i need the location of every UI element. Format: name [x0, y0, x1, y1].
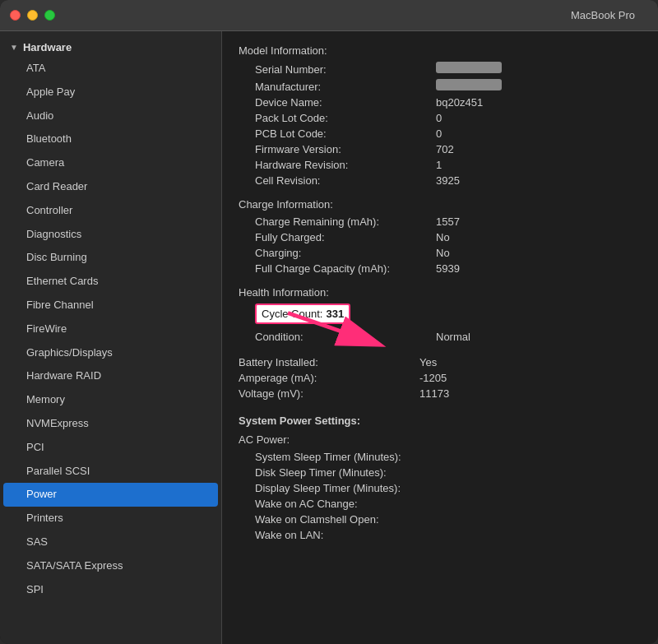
sidebar-item-hardware-raid[interactable]: Hardware RAID — [0, 364, 221, 388]
sidebar: ▼ Hardware ATA Apple Pay Audio Bluetooth… — [0, 31, 222, 644]
device-name-value: bq20z451 — [436, 96, 483, 109]
wake-on-ac-label: Wake on AC Change: — [255, 498, 436, 510]
hardware-section-header[interactable]: ▼ Hardware — [0, 38, 221, 57]
display-sleep-timer-row: Display Sleep Timer (Minutes): — [255, 480, 642, 496]
disk-sleep-timer-label: Disk Sleep Timer (Minutes): — [255, 466, 436, 479]
sidebar-item-audio[interactable]: Audio — [0, 104, 221, 128]
traffic-lights — [10, 10, 55, 21]
manufacturer-label: Manufacturer: — [255, 81, 436, 93]
main-content: Model Information: Serial Number: Manufa… — [222, 31, 658, 566]
sidebar-item-diagnostics[interactable]: Diagnostics — [0, 223, 221, 247]
cell-revision-value: 3925 — [436, 174, 460, 187]
wake-on-lan-row: Wake on LAN: — [255, 527, 642, 543]
charging-row: Charging: No — [255, 245, 642, 261]
section-label: Hardware — [23, 41, 72, 53]
pcb-lot-code-value: 0 — [436, 127, 442, 140]
sidebar-item-apple-pay[interactable]: Apple Pay — [0, 81, 221, 104]
maximize-button[interactable] — [44, 10, 55, 21]
close-button[interactable] — [10, 10, 21, 21]
health-information-section: Health Information: Cycle Count: 331 Con… — [239, 286, 642, 345]
amperage-value: -1205 — [419, 372, 447, 384]
window: MacBook Pro ▼ Hardware ATA Apple Pay Aud… — [0, 0, 658, 644]
sidebar-item-spi[interactable]: SPI — [0, 578, 221, 602]
fully-charged-value: No — [436, 231, 450, 243]
system-power-settings-title: System Power Settings: — [239, 415, 642, 427]
firmware-version-value: 702 — [436, 143, 454, 155]
health-information-title: Health Information: — [239, 286, 642, 299]
manufacturer-value — [436, 79, 502, 90]
wake-on-clamshell-label: Wake on Clamshell Open: — [255, 513, 436, 526]
battery-installed-row: Battery Installed: Yes — [239, 354, 642, 370]
battery-info-section: Battery Installed: Yes Amperage (mA): -1… — [239, 354, 642, 401]
sidebar-item-card-reader[interactable]: Card Reader — [0, 175, 221, 199]
charge-information-section: Charge Information: Charge Remaining (mA… — [239, 198, 642, 276]
minimize-button[interactable] — [27, 10, 38, 21]
disk-sleep-timer-row: Disk Sleep Timer (Minutes): — [255, 465, 642, 480]
model-information-section: Model Information: Serial Number: Manufa… — [239, 44, 642, 188]
condition-value: Normal — [436, 331, 470, 343]
device-name-label: Device Name: — [255, 96, 436, 109]
sidebar-item-memory[interactable]: Memory — [0, 388, 221, 412]
display-sleep-timer-label: Display Sleep Timer (Minutes): — [255, 482, 436, 494]
battery-installed-value: Yes — [419, 356, 437, 368]
cycle-count-highlight-box: Cycle Count: 331 — [255, 303, 350, 324]
model-information-title: Model Information: — [239, 44, 642, 57]
fully-charged-row: Fully Charged: No — [255, 229, 642, 245]
sidebar-item-disc-burning[interactable]: Disc Burning — [0, 246, 221, 270]
condition-label: Condition: — [255, 331, 436, 343]
sidebar-item-graphics-displays[interactable]: Graphics/Displays — [0, 341, 221, 365]
sidebar-item-bluetooth[interactable]: Bluetooth — [0, 127, 221, 151]
system-sleep-timer-row: System Sleep Timer (Minutes): — [255, 449, 642, 465]
pack-lot-code-label: Pack Lot Code: — [255, 112, 436, 124]
condition-row: Condition: Normal — [255, 329, 642, 345]
sidebar-item-power[interactable]: Power — [3, 483, 218, 507]
serial-number-value — [436, 62, 502, 73]
sidebar-item-ethernet-cards[interactable]: Ethernet Cards — [0, 270, 221, 294]
voltage-row: Voltage (mV): 11173 — [239, 386, 642, 401]
sidebar-item-printers[interactable]: Printers — [0, 507, 221, 530]
manufacturer-row: Manufacturer: — [255, 77, 642, 95]
sidebar-item-pci[interactable]: PCI — [0, 436, 221, 460]
sidebar-item-nvmexpress[interactable]: NVMExpress — [0, 412, 221, 436]
full-charge-capacity-label: Full Charge Capacity (mAh): — [255, 262, 436, 275]
cycle-count-label: Cycle Count: — [262, 308, 322, 320]
section-arrow-icon: ▼ — [10, 43, 18, 52]
sidebar-item-camera[interactable]: Camera — [0, 151, 221, 175]
pack-lot-code-row: Pack Lot Code: 0 — [255, 110, 642, 126]
charge-remaining-label: Charge Remaining (mAh): — [255, 215, 436, 228]
battery-installed-label: Battery Installed: — [239, 356, 419, 368]
system-power-section: System Power Settings: AC Power: System … — [239, 415, 642, 543]
hardware-revision-value: 1 — [436, 159, 442, 171]
sidebar-item-controller[interactable]: Controller — [0, 199, 221, 223]
voltage-label: Voltage (mV): — [239, 387, 419, 400]
charging-value: No — [436, 247, 450, 259]
ac-power-label: AC Power: — [239, 433, 642, 446]
sidebar-item-sas[interactable]: SAS — [0, 530, 221, 554]
wake-on-ac-row: Wake on AC Change: — [255, 496, 642, 512]
wake-on-clamshell-row: Wake on Clamshell Open: — [255, 512, 642, 527]
sidebar-item-ata[interactable]: ATA — [0, 57, 221, 81]
cell-revision-label: Cell Revision: — [255, 174, 436, 187]
sidebar-item-firewire[interactable]: FireWire — [0, 317, 221, 341]
serial-number-label: Serial Number: — [255, 63, 436, 76]
full-charge-capacity-row: Full Charge Capacity (mAh): 5939 — [255, 261, 642, 276]
firmware-version-label: Firmware Version: — [255, 143, 436, 155]
amperage-label: Amperage (mA): — [239, 372, 419, 384]
cell-revision-row: Cell Revision: 3925 — [255, 173, 642, 188]
wake-on-lan-label: Wake on LAN: — [255, 529, 436, 541]
hardware-revision-row: Hardware Revision: 1 — [255, 157, 642, 173]
charge-remaining-value: 1557 — [436, 215, 460, 228]
sidebar-item-parallel-scsi[interactable]: Parallel SCSI — [0, 460, 221, 484]
charge-information-title: Charge Information: — [239, 198, 642, 211]
hardware-revision-label: Hardware Revision: — [255, 159, 436, 171]
sidebar-item-fibre-channel[interactable]: Fibre Channel — [0, 294, 221, 317]
pack-lot-code-value: 0 — [436, 112, 442, 124]
full-charge-capacity-value: 5939 — [436, 262, 460, 275]
content-area: ▼ Hardware ATA Apple Pay Audio Bluetooth… — [0, 31, 658, 644]
cycle-count-highlighted-row: Cycle Count: 331 — [255, 302, 642, 326]
cycle-count-value: 331 — [326, 308, 344, 320]
fully-charged-label: Fully Charged: — [255, 231, 436, 243]
sidebar-item-sata-express[interactable]: SATA/SATA Express — [0, 554, 221, 578]
amperage-row: Amperage (mA): -1205 — [239, 370, 642, 386]
firmware-version-row: Firmware Version: 702 — [255, 141, 642, 157]
